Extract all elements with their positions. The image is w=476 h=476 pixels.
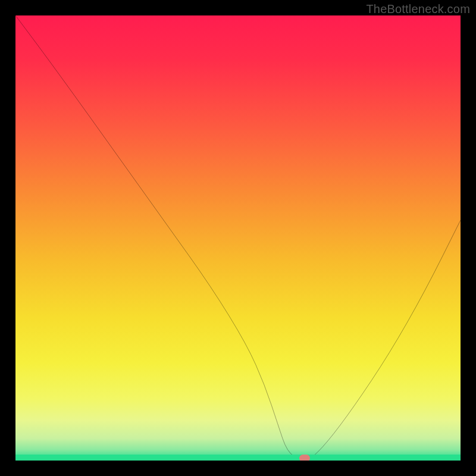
bottleneck-curve	[15, 15, 461, 461]
chart-stage: TheBottleneck.com	[0, 0, 476, 476]
watermark-text: TheBottleneck.com	[366, 2, 470, 16]
curve-path	[15, 15, 461, 461]
chart-bottom-band	[15, 455, 461, 461]
plot-area	[15, 15, 461, 461]
optimal-point-marker	[299, 455, 310, 461]
